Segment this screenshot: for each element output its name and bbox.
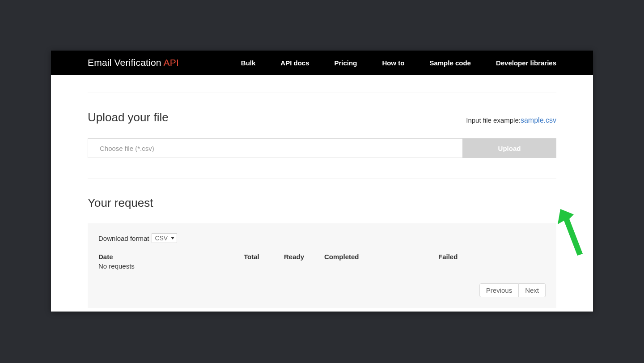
col-ready: Ready — [284, 253, 324, 261]
nav-api-docs[interactable]: API docs — [280, 59, 309, 67]
format-row: Download format CSV — [98, 233, 546, 243]
file-input[interactable] — [88, 138, 462, 158]
empty-message: No requests — [98, 262, 546, 270]
app-window: Email Verification API Bulk API docs Pri… — [51, 51, 593, 312]
next-button[interactable]: Next — [519, 283, 546, 297]
section-upload: Upload your file Input file example:samp… — [88, 93, 556, 179]
nav-developer-libraries[interactable]: Developer libraries — [496, 59, 556, 67]
table-head: Date Total Ready Completed Failed — [98, 253, 546, 261]
nav-how-to[interactable]: How to — [382, 59, 404, 67]
nav-sample-code[interactable]: Sample code — [429, 59, 471, 67]
navbar: Email Verification API Bulk API docs Pri… — [51, 51, 593, 75]
nav-bulk[interactable]: Bulk — [241, 59, 256, 67]
example-wrap: Input file example:sample.csv — [466, 116, 556, 124]
nav-links: Bulk API docs Pricing How to Sample code… — [241, 59, 556, 67]
requests-title: Your request — [88, 196, 556, 210]
example-link[interactable]: sample.csv — [521, 116, 556, 124]
brand[interactable]: Email Verification API — [88, 57, 179, 68]
section-requests: Your request Download format CSV Date To… — [88, 179, 556, 308]
request-box: Download format CSV Date Total Ready Com… — [88, 223, 556, 308]
format-label: Download format — [98, 235, 149, 242]
col-date: Date — [98, 253, 244, 261]
example-label: Input file example: — [466, 116, 521, 124]
upload-button[interactable]: Upload — [462, 138, 556, 158]
col-completed: Completed — [324, 253, 438, 261]
col-failed: Failed — [438, 253, 546, 261]
col-total: Total — [244, 253, 284, 261]
format-select[interactable]: CSV — [152, 233, 177, 243]
previous-button[interactable]: Previous — [479, 283, 519, 297]
brand-accent: API — [164, 57, 179, 68]
nav-pricing[interactable]: Pricing — [335, 59, 357, 67]
pager: Previous Next — [98, 283, 546, 297]
upload-head: Upload your file Input file example:samp… — [88, 111, 556, 124]
upload-title: Upload your file — [88, 111, 169, 124]
content: Upload your file Input file example:samp… — [51, 93, 593, 308]
upload-row: Upload — [88, 138, 556, 158]
brand-main: Email Verification — [88, 57, 164, 68]
